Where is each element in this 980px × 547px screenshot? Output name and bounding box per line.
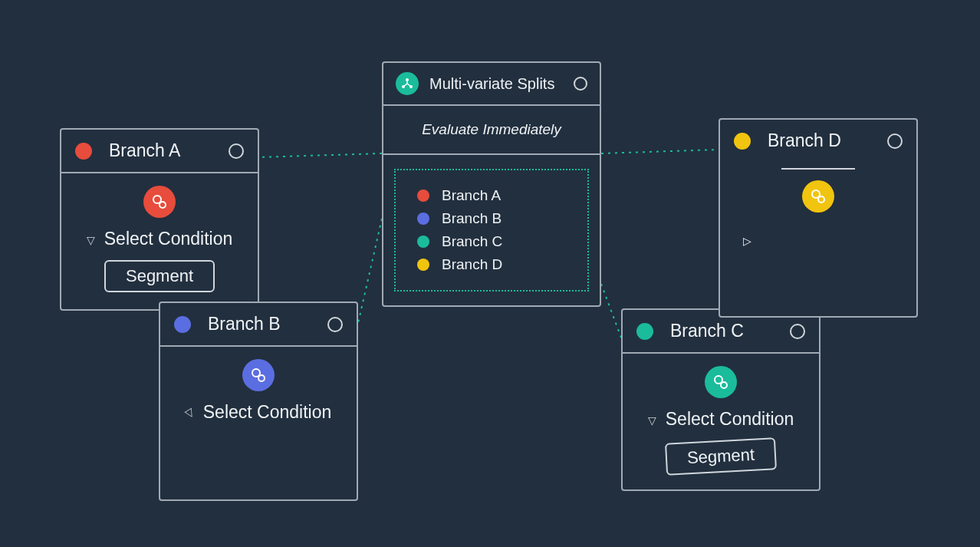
dot-icon [174, 316, 191, 333]
card-header: Branch B [160, 303, 357, 347]
select-condition-dropdown[interactable]: ▽ Select Condition [87, 229, 233, 249]
condition-icon [242, 359, 275, 391]
dot-icon [636, 323, 653, 340]
divider [781, 168, 855, 170]
dot-icon [75, 143, 92, 160]
card-title: Branch C [670, 321, 744, 341]
status-ring-icon [229, 143, 244, 159]
chevron-down-icon: ▽ [648, 414, 656, 427]
play-icon: ▷ [743, 235, 751, 247]
select-label: Select Condition [666, 409, 794, 430]
branch-label: Branch A [442, 187, 501, 204]
branch-list[interactable]: Branch A Branch B Branch C Branch D [394, 169, 589, 292]
status-ring-icon [327, 317, 343, 332]
branch-a-card[interactable]: Branch A ▽ Select Condition Segment [60, 128, 259, 311]
condition-icon [143, 186, 176, 218]
card-header: Multi-variate Splits [383, 63, 600, 104]
select-condition-dropdown[interactable]: ▽ Select Condition [186, 402, 332, 423]
svg-point-10 [258, 375, 265, 381]
condition-icon [802, 180, 834, 213]
branch-c-card[interactable]: Branch C ▽ Select Condition Segment [621, 308, 821, 491]
card-body: ▽ Select Condition Segment [61, 173, 258, 309]
multivariate-splits-card[interactable]: Multi-variate Splits Evaluate Immediatel… [382, 61, 601, 307]
card-title: Branch D [768, 130, 841, 151]
svg-line-1 [357, 219, 382, 330]
chevron-down-icon: ▽ [87, 234, 95, 246]
svg-point-8 [159, 202, 166, 208]
split-icon [396, 72, 419, 95]
branch-item-d[interactable]: Branch D [417, 253, 566, 276]
svg-line-3 [601, 284, 621, 338]
branch-item-a[interactable]: Branch A [417, 184, 566, 207]
dot-icon [417, 259, 429, 271]
dot-icon [417, 213, 429, 225]
branch-label: Branch C [442, 233, 502, 250]
branch-label: Branch D [442, 256, 502, 273]
dot-icon [417, 189, 429, 202]
select-condition-dropdown[interactable]: ▽ Select Condition [648, 409, 794, 430]
svg-line-2 [601, 150, 718, 153]
svg-line-0 [258, 153, 382, 157]
card-title: Branch A [109, 140, 180, 161]
status-ring-icon [574, 77, 587, 91]
branch-d-card[interactable]: Branch D ▷ [719, 118, 918, 318]
condition-icon [705, 366, 737, 398]
evaluate-mode-label: Evaluate Immediately [383, 104, 600, 155]
select-label: Select Condition [203, 402, 332, 423]
status-ring-icon [887, 133, 903, 149]
status-ring-icon [790, 324, 805, 339]
card-title: Branch B [208, 314, 281, 334]
chevron-down-icon: ▽ [183, 405, 196, 420]
svg-point-12 [721, 382, 727, 388]
card-header: Branch D [720, 120, 916, 162]
segment-pill[interactable]: Segment [665, 437, 777, 475]
card-body [720, 162, 916, 237]
branch-item-c[interactable]: Branch C [417, 230, 566, 253]
card-title: Multi-variate Splits [429, 75, 554, 93]
segment-pill[interactable]: Segment [104, 260, 215, 292]
dot-icon [734, 133, 751, 150]
branch-b-card[interactable]: Branch B ▽ Select Condition [159, 302, 358, 501]
branch-label: Branch B [442, 210, 502, 227]
svg-point-14 [818, 196, 824, 203]
dot-icon [417, 236, 429, 248]
card-body: ▽ Select Condition Segment [623, 354, 819, 489]
branch-item-b[interactable]: Branch B [417, 207, 566, 230]
card-header: Branch A [61, 130, 258, 173]
svg-point-4 [406, 78, 409, 81]
card-body: ▽ Select Condition [160, 347, 357, 450]
select-label: Select Condition [104, 229, 233, 249]
